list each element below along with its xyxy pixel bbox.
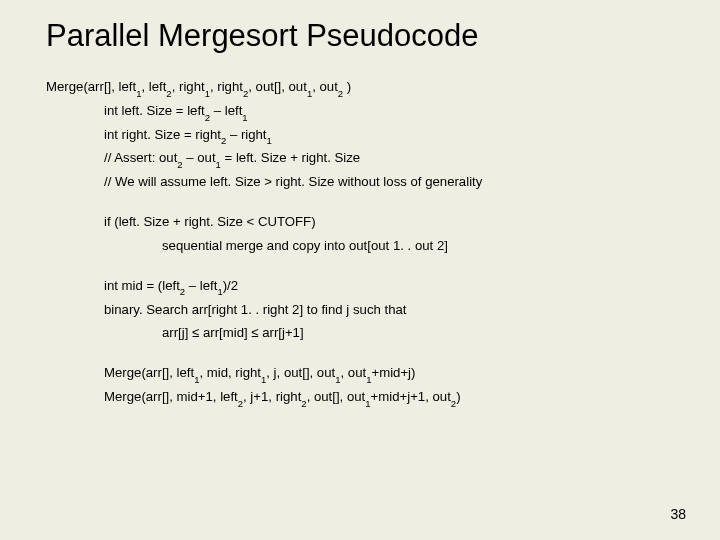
code-line-bsearch: binary. Search arr[right 1. . right 2] t…	[104, 301, 674, 319]
code-line-mid: int mid = (left2 – left1)/2	[104, 277, 674, 295]
page-title: Parallel Mergesort Pseudocode	[46, 18, 674, 54]
code-line-assert: // Assert: out2 – out1 = left. Size + ri…	[104, 149, 674, 167]
code-line-arrj: arr[j] ≤ arr[mid] ≤ arr[j+1]	[162, 324, 674, 342]
code-line-leftsize: int left. Size = left2 – left1	[104, 102, 674, 120]
code-line-assume: // We will assume left. Size > right. Si…	[104, 173, 674, 191]
slide: Parallel Mergesort Pseudocode Merge(arr[…	[0, 0, 720, 540]
code-line-ifcutoff: if (left. Size + right. Size < CUTOFF)	[104, 213, 674, 231]
page-number: 38	[670, 506, 686, 522]
code-line-rightsize: int right. Size = right2 – right1	[104, 126, 674, 144]
code-line-merge1: Merge(arr[], left1, mid, right1, j, out[…	[104, 364, 674, 382]
code-line-seqmerge: sequential merge and copy into out[out 1…	[162, 237, 674, 255]
code-line-signature: Merge(arr[], left1, left2, right1, right…	[46, 78, 674, 96]
code-line-merge2: Merge(arr[], mid+1, left2, j+1, right2, …	[104, 388, 674, 406]
pseudocode-body: Merge(arr[], left1, left2, right1, right…	[46, 78, 674, 406]
